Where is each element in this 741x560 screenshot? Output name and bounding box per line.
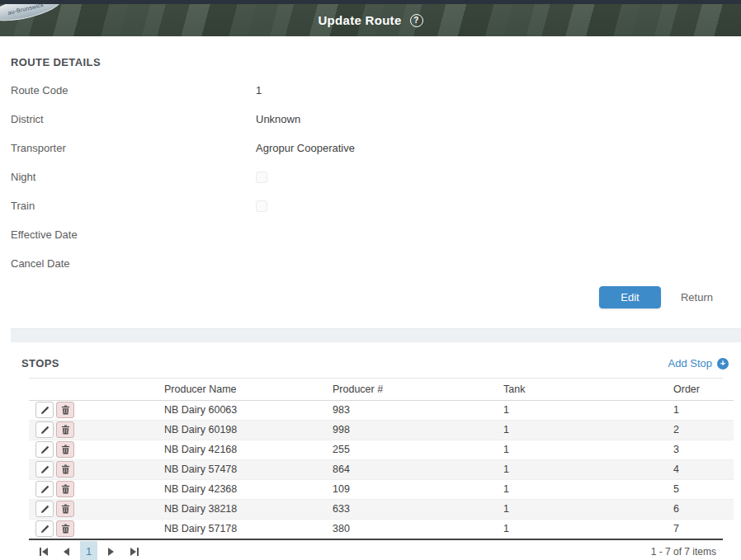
add-stop-link[interactable]: Add Stop +: [668, 357, 729, 369]
table-row: NB Dairy 6006398311: [29, 400, 734, 420]
delete-stop-button[interactable]: [56, 481, 74, 497]
trash-icon: [61, 464, 70, 474]
edit-stop-button[interactable]: [35, 481, 54, 497]
cell-tank: 1: [503, 440, 673, 459]
help-icon[interactable]: ?: [410, 14, 423, 27]
page-title: Update Route: [318, 13, 401, 27]
row-actions: [29, 401, 164, 420]
pencil-icon: [40, 485, 50, 494]
pager-next-button[interactable]: [103, 542, 120, 560]
cell-producer-number: 109: [333, 479, 503, 499]
cell-order: 4: [673, 459, 734, 479]
trash-icon: [61, 445, 70, 454]
delete-stop-button[interactable]: [56, 402, 74, 418]
col-producer-number: Producer #: [333, 379, 503, 400]
field-row-effective-date: Effective Date: [11, 220, 741, 249]
stops-heading: STOPS: [21, 357, 59, 369]
table-row: NB Dairy 3821863316: [29, 499, 734, 519]
cell-order: 2: [673, 420, 734, 440]
delete-stop-button[interactable]: [56, 461, 74, 478]
edit-stop-button[interactable]: [35, 461, 54, 478]
pencil-icon: [40, 505, 50, 514]
field-row-route-code: Route Code 1: [11, 76, 741, 105]
table-row: NB Dairy 5747886414: [29, 459, 734, 479]
cell-producer-number: 998: [333, 420, 503, 440]
return-button[interactable]: Return: [681, 291, 713, 304]
cell-order: 1: [673, 400, 734, 420]
edit-stop-button[interactable]: [35, 520, 54, 537]
table-row: NB Dairy 5717838017: [29, 519, 734, 539]
trash-icon: [61, 504, 70, 514]
cell-producer-name: NB Dairy 60063: [164, 400, 333, 420]
table-row: NB Dairy 4216825513: [29, 440, 734, 459]
table-row: NB Dairy 6019899812: [29, 420, 734, 440]
district-value: Unknown: [256, 113, 300, 125]
pencil-icon: [40, 465, 50, 474]
delete-stop-button[interactable]: [56, 520, 74, 537]
train-checkbox[interactable]: [256, 200, 267, 212]
route-details-heading: ROUTE DETAILS: [11, 56, 741, 68]
cell-producer-name: NB Dairy 57478: [164, 459, 333, 479]
stops-header-row: STOPS Add Stop +: [11, 357, 741, 369]
field-row-transporter: Transporter Agropur Cooperative: [11, 134, 741, 162]
trash-icon: [61, 405, 70, 415]
stops-grid: Producer Name Producer # Tank Order NB D…: [29, 378, 723, 560]
trash-icon: [61, 484, 70, 494]
night-label: Night: [11, 171, 256, 183]
delete-stop-button[interactable]: [56, 441, 74, 458]
cell-tank: 1: [503, 519, 673, 539]
cell-producer-number: 255: [333, 440, 503, 459]
pencil-icon: [40, 445, 50, 454]
pager-page-1[interactable]: 1: [80, 541, 97, 560]
field-row-train: Train: [11, 191, 741, 220]
cell-order: 6: [673, 499, 734, 519]
col-tank: Tank: [503, 379, 673, 400]
delete-stop-button[interactable]: [56, 501, 74, 517]
pencil-icon: [40, 525, 50, 534]
cell-order: 5: [673, 479, 734, 499]
trash-icon: [61, 425, 70, 435]
row-actions: [29, 500, 164, 519]
edit-stop-button[interactable]: [35, 501, 54, 517]
add-stop-label: Add Stop: [668, 357, 713, 369]
cell-producer-number: 864: [333, 459, 503, 479]
cell-producer-name: NB Dairy 38218: [164, 499, 333, 519]
cell-order: 3: [673, 440, 734, 459]
cell-producer-number: 983: [333, 400, 503, 420]
edit-stop-button[interactable]: [35, 441, 54, 458]
grid-pager: 1 1 - 7 of 7 items: [29, 539, 723, 560]
night-checkbox[interactable]: [256, 172, 267, 183]
nb-logo: au-Brunswick: [0, 4, 64, 26]
route-details-section: ROUTE DETAILS Route Code 1 District Unkn…: [0, 36, 741, 560]
row-actions: [29, 421, 164, 440]
pager-last-button[interactable]: [125, 542, 142, 560]
col-order: Order: [673, 379, 734, 400]
route-code-value: 1: [256, 84, 262, 96]
cell-producer-number: 633: [333, 499, 503, 519]
cell-producer-name: NB Dairy 42368: [164, 479, 333, 499]
edit-stop-button[interactable]: [35, 402, 54, 418]
cell-tank: 1: [503, 420, 673, 440]
cell-order: 7: [673, 519, 734, 539]
plus-circle-icon: +: [717, 358, 729, 369]
field-row-district: District Unknown: [11, 105, 741, 134]
section-divider: [11, 328, 741, 342]
edit-button[interactable]: Edit: [599, 286, 661, 308]
transporter-value: Agropur Cooperative: [256, 142, 355, 154]
app-header: au-Brunswick Update Route ?: [0, 4, 741, 36]
edit-stop-button[interactable]: [35, 421, 54, 438]
row-actions: [29, 440, 164, 459]
train-label: Train: [11, 200, 256, 212]
col-producer-name: Producer Name: [164, 379, 333, 400]
table-row: NB Dairy 4236810915: [29, 479, 734, 499]
route-actions: Edit Return: [11, 283, 713, 312]
row-actions: [29, 460, 164, 479]
delete-stop-button[interactable]: [56, 421, 74, 438]
pager-prev-button[interactable]: [58, 542, 74, 560]
pager-first-button[interactable]: [35, 542, 52, 560]
cell-tank: 1: [503, 479, 673, 499]
table-header-row: Producer Name Producer # Tank Order: [29, 379, 734, 400]
field-row-night: Night: [11, 162, 741, 191]
pencil-icon: [40, 426, 50, 435]
cell-tank: 1: [503, 400, 673, 420]
